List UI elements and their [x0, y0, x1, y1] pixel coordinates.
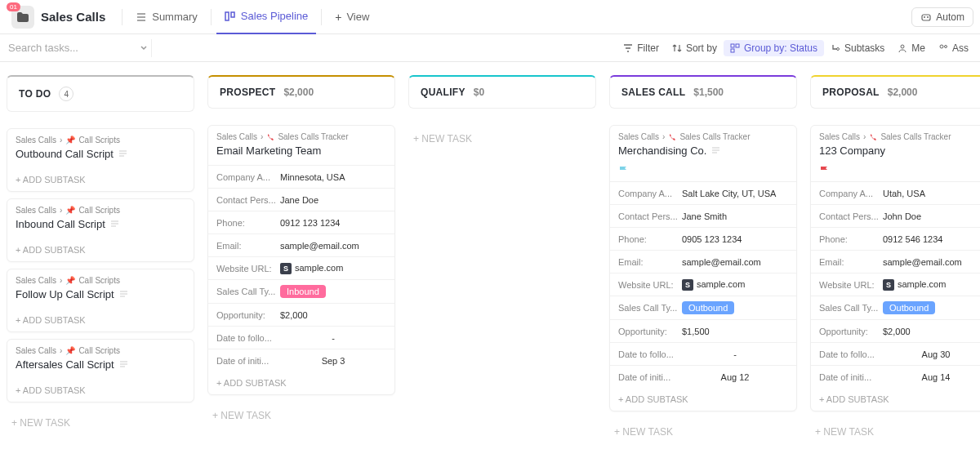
task-card[interactable]: Sales Calls›📌Call ScriptsInbound Call Sc…: [7, 198, 194, 262]
column-header[interactable]: SALES CALL $1,500: [609, 75, 797, 109]
add-subtask-button[interactable]: + ADD SUBTASK: [811, 388, 980, 411]
note-icon: [119, 360, 128, 369]
svg-rect-6: [736, 44, 739, 47]
tab-label: Summary: [152, 11, 198, 23]
workspace-title: Sales Calls: [41, 10, 105, 24]
note-icon: [110, 220, 119, 229]
column-title: SALES CALL: [621, 87, 685, 98]
column-title: PROPOSAL: [822, 87, 880, 98]
column-title: PROSPECT: [220, 87, 275, 98]
svg-rect-0: [225, 12, 229, 20]
tag-inbound: Inbound: [280, 285, 326, 298]
task-card[interactable]: Sales Calls›📌Call ScriptsFollow Up Call …: [7, 269, 194, 332]
column-qualify: QUALIFY $0 + NEW TASK: [408, 75, 596, 454]
assignees-button[interactable]: Ass: [932, 42, 975, 54]
add-subtask-button[interactable]: + ADD SUBTASK: [7, 238, 194, 261]
card-title: Merchandising Co.: [610, 141, 796, 165]
breadcrumb: Sales Calls› Sales Calls Tracker: [811, 126, 980, 141]
folder-icon: [16, 11, 29, 23]
tab-label: View: [346, 11, 369, 23]
add-subtask-button[interactable]: + ADD SUBTASK: [7, 168, 194, 191]
flag-icon: [819, 165, 831, 176]
column-title: QUALIFY: [421, 87, 466, 98]
add-subtask-button[interactable]: + ADD SUBTASK: [610, 388, 796, 411]
column-title: TO DO: [19, 88, 51, 100]
add-subtask-button[interactable]: + ADD SUBTASK: [7, 309, 194, 331]
card-title: Aftersales Call Script: [7, 355, 194, 379]
search-input[interactable]: Search tasks...: [5, 39, 152, 57]
plus-icon: +: [335, 11, 341, 24]
svg-rect-1: [231, 12, 234, 17]
filter-bar: Search tasks... Filter Sort by Group by:…: [0, 34, 980, 62]
pin-icon: 📌: [65, 206, 75, 215]
new-task-button[interactable]: + NEW TASK: [408, 125, 596, 153]
note-icon: [119, 290, 128, 299]
card-title: Follow Up Call Script: [7, 285, 194, 309]
task-card[interactable]: Sales Calls›📌Call ScriptsOutbound Call S…: [7, 128, 194, 192]
new-task-button[interactable]: + NEW TASK: [7, 409, 194, 437]
column-header[interactable]: PROPOSAL $2,000: [810, 75, 980, 109]
phone-icon: [266, 133, 274, 141]
site-icon: S: [883, 279, 894, 291]
tab-sales-pipeline[interactable]: Sales Pipeline: [216, 0, 316, 34]
task-card[interactable]: Sales Calls› Sales Calls Tracker Email M…: [207, 125, 395, 395]
column-salescall: SALES CALL $1,500 Sales Calls› Sales Cal…: [609, 75, 797, 454]
board-icon: [225, 11, 236, 22]
separator: [122, 9, 122, 25]
me-button[interactable]: Me: [891, 42, 932, 54]
column-prospect: PROSPECT $2,000 Sales Calls› Sales Calls…: [207, 75, 395, 454]
svg-rect-7: [731, 49, 734, 52]
filter-button[interactable]: Filter: [617, 42, 666, 54]
breadcrumb: Sales Calls›📌Call Scripts: [7, 129, 194, 145]
column-header[interactable]: TO DO 4: [7, 75, 194, 112]
task-card[interactable]: Sales Calls›📌Call ScriptsAftersales Call…: [7, 339, 194, 403]
sort-button[interactable]: Sort by: [666, 42, 724, 54]
new-task-button[interactable]: + NEW TASK: [810, 418, 980, 446]
pin-icon: 📌: [65, 276, 75, 285]
subtasks-button[interactable]: Subtasks: [824, 42, 891, 54]
phone-icon: [668, 133, 676, 141]
tab-add-view[interactable]: + View: [327, 0, 377, 34]
task-card[interactable]: Sales Calls› Sales Calls Tracker Merchan…: [609, 125, 797, 411]
add-subtask-button[interactable]: + ADD SUBTASK: [208, 371, 394, 394]
new-task-button[interactable]: + NEW TASK: [207, 402, 395, 429]
svg-point-8: [836, 47, 839, 50]
svg-point-11: [944, 45, 947, 47]
group-icon: [730, 43, 740, 53]
column-header[interactable]: QUALIFY $0: [408, 75, 596, 109]
tag-outbound: Outbound: [682, 301, 734, 314]
card-title: Email Marketing Team: [208, 141, 394, 165]
column-header[interactable]: PROSPECT $2,000: [207, 75, 395, 109]
column-todo: TO DO 4 Sales Calls›📌Call ScriptsOutboun…: [7, 75, 194, 454]
svg-point-4: [927, 16, 929, 18]
separator: [321, 9, 322, 25]
new-task-button[interactable]: + NEW TASK: [609, 418, 797, 446]
svg-point-3: [924, 16, 925, 18]
column-count: 4: [59, 87, 74, 101]
folder-button[interactable]: 01: [11, 6, 34, 29]
search-placeholder: Search tasks...: [8, 42, 78, 54]
breadcrumb: Sales Calls›📌Call Scripts: [7, 269, 194, 285]
people-icon: [938, 43, 948, 53]
phone-icon: [869, 133, 877, 141]
subtask-icon: [831, 43, 840, 53]
add-subtask-button[interactable]: + ADD SUBTASK: [7, 379, 194, 402]
card-title: 123 Company: [811, 141, 980, 165]
separator: [211, 9, 212, 25]
tab-summary[interactable]: Summary: [127, 0, 206, 34]
task-card[interactable]: Sales Calls› Sales Calls Tracker 123 Com…: [810, 125, 980, 411]
pin-icon: 📌: [65, 136, 75, 145]
notification-badge: 01: [7, 2, 20, 11]
group-by-button[interactable]: Group by: Status: [724, 40, 824, 56]
svg-point-9: [901, 45, 904, 48]
tag-outbound: Outbound: [883, 301, 935, 314]
filter-icon: [623, 43, 633, 53]
column-amount: $2,000: [888, 87, 918, 98]
kanban-board: TO DO 4 Sales Calls›📌Call ScriptsOutboun…: [0, 62, 980, 467]
automations-button[interactable]: Autom: [911, 7, 973, 27]
breadcrumb: Sales Calls› Sales Calls Tracker: [208, 126, 394, 141]
tab-label: Sales Pipeline: [241, 10, 308, 22]
svg-rect-5: [731, 44, 734, 47]
column-amount: $1,500: [693, 87, 724, 98]
column-proposal: PROPOSAL $2,000 Sales Calls› Sales Calls…: [810, 75, 980, 454]
